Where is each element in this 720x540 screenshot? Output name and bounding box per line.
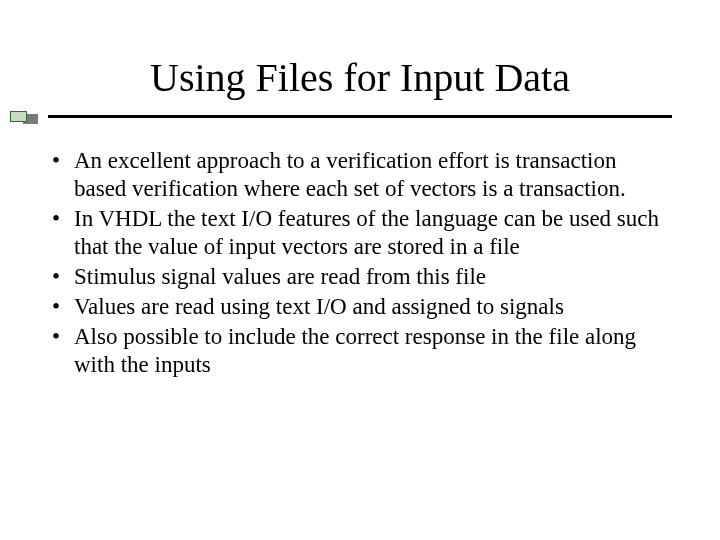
slide: Using Files for Input Data An excellent …	[0, 54, 720, 540]
list-item: Stimulus signal values are read from thi…	[48, 263, 672, 291]
slide-title: Using Files for Input Data	[48, 54, 672, 101]
title-rule	[48, 115, 672, 118]
list-item: In VHDL the text I/O features of the lan…	[48, 205, 672, 261]
list-item: Values are read using text I/O and assig…	[48, 293, 672, 321]
title-rule-wrap	[48, 113, 672, 121]
list-item: An excellent approach to a verification …	[48, 147, 672, 203]
list-item: Also possible to include the correct res…	[48, 323, 672, 379]
bullet-list: An excellent approach to a verification …	[48, 147, 672, 379]
decoration-icon	[10, 111, 38, 123]
